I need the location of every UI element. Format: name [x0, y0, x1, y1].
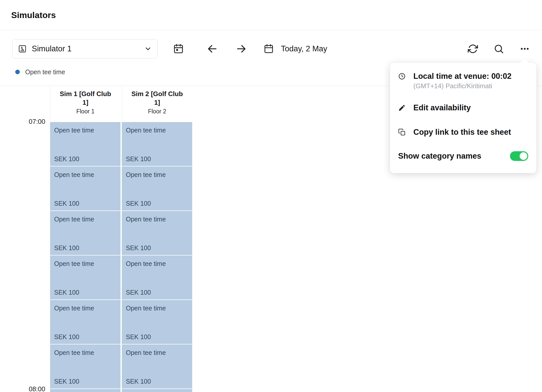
- local-time-subtitle: (GMT+14) Pacific/Kiritimati: [413, 82, 511, 90]
- tee-time-slot[interactable]: Open tee time SEK 100: [50, 122, 121, 166]
- slot-price: SEK 100: [126, 333, 151, 341]
- slot-label: Open tee time: [122, 122, 192, 134]
- menu-notch: [520, 59, 529, 68]
- current-date-label: Today, 2 May: [281, 44, 327, 53]
- slot-price: SEK 100: [126, 244, 151, 252]
- slot-label: Open tee time: [122, 300, 192, 312]
- copy-link-label: Copy link to this tee sheet: [413, 127, 511, 137]
- refresh-icon: [468, 44, 478, 54]
- options-menu: Local time at venue: 00:02 (GMT+14) Paci…: [390, 63, 536, 173]
- tee-time-slot[interactable]: Open tee time SEK 100: [50, 166, 121, 210]
- open-tee-time-dot: [15, 70, 20, 74]
- clock-icon: [398, 72, 406, 80]
- calendar-icon: [264, 44, 274, 54]
- chevron-down-icon: [144, 45, 152, 53]
- slot-label: Open tee time: [122, 167, 192, 178]
- legend-label: Open tee time: [25, 68, 65, 76]
- toolbar: Simulator 1: [12, 39, 531, 58]
- slot-price: SEK 100: [54, 289, 79, 296]
- toggle-knob: [520, 152, 527, 160]
- more-options-button[interactable]: [519, 43, 531, 55]
- column-title: Sim 2 [Golf Club 1]: [130, 89, 185, 107]
- pencil-icon: [398, 104, 406, 112]
- sim-column: Sim 1 [Golf Club 1] Floor 1 Open tee tim…: [50, 86, 121, 392]
- tee-time-slot[interactable]: Open tee time SEK 100: [122, 388, 192, 392]
- date-picker-button[interactable]: [172, 43, 185, 55]
- search-button[interactable]: [493, 43, 505, 55]
- slot-price: SEK 100: [54, 244, 79, 252]
- slot-price: SEK 100: [54, 200, 79, 207]
- tee-time-slot[interactable]: Open tee time SEK 100: [122, 299, 192, 344]
- slot-label: Open tee time: [122, 255, 192, 267]
- column-slots: Open tee time SEK 100 Open tee time SEK …: [122, 122, 192, 392]
- time-label: 07:00: [5, 117, 45, 126]
- slot-label: Open tee time: [50, 389, 121, 392]
- tee-time-slot[interactable]: Open tee time SEK 100: [122, 255, 192, 299]
- slot-label: Open tee time: [50, 300, 121, 312]
- simulator-select-value: Simulator 1: [32, 44, 72, 53]
- slot-price: SEK 100: [126, 378, 151, 385]
- menu-item-edit-availability[interactable]: Edit availability: [398, 103, 528, 113]
- tee-time-slot[interactable]: Open tee time SEK 100: [50, 388, 121, 392]
- column-subtitle: Floor 1: [58, 108, 113, 115]
- next-day-button[interactable]: [235, 43, 247, 55]
- column-slots: Open tee time SEK 100 Open tee time SEK …: [50, 122, 121, 392]
- slot-label: Open tee time: [50, 122, 121, 134]
- simulator-select[interactable]: Simulator 1: [12, 39, 158, 58]
- tee-time-slot[interactable]: Open tee time SEK 100: [50, 344, 121, 388]
- time-label: 08:00: [5, 385, 45, 392]
- slot-price: SEK 100: [54, 333, 79, 341]
- slot-label: Open tee time: [122, 389, 192, 392]
- simulator-icon: [18, 44, 27, 53]
- refresh-button[interactable]: [467, 43, 479, 55]
- more-options-icon: [520, 44, 530, 54]
- search-icon: [494, 44, 504, 54]
- page-header: Simulators: [0, 0, 542, 30]
- menu-item-copy-link[interactable]: Copy link to this tee sheet: [398, 127, 528, 137]
- legend: Open tee time: [15, 69, 65, 75]
- edit-availability-label: Edit availability: [413, 103, 471, 113]
- arrow-left-icon: [207, 43, 218, 54]
- page-title: Simulators: [11, 10, 56, 20]
- tee-time-slot[interactable]: Open tee time SEK 100: [50, 255, 121, 299]
- column-header: Sim 1 [Golf Club 1] Floor 1: [50, 86, 121, 122]
- slot-label: Open tee time: [50, 167, 121, 178]
- slot-label: Open tee time: [50, 344, 121, 356]
- slot-label: Open tee time: [50, 211, 121, 223]
- column-title: Sim 1 [Golf Club 1]: [58, 89, 113, 107]
- local-time-row: Local time at venue: 00:02 (GMT+14) Paci…: [398, 71, 528, 90]
- copy-icon: [398, 128, 406, 136]
- previous-day-button[interactable]: [206, 43, 218, 55]
- show-category-names-toggle[interactable]: [510, 151, 528, 161]
- slot-price: SEK 100: [126, 289, 151, 296]
- tee-time-slot[interactable]: Open tee time SEK 100: [122, 344, 192, 388]
- tee-time-slot[interactable]: Open tee time SEK 100: [122, 122, 192, 166]
- tee-time-slot[interactable]: Open tee time SEK 100: [122, 166, 192, 210]
- slot-price: SEK 100: [126, 200, 151, 207]
- tee-time-slot[interactable]: Open tee time SEK 100: [50, 210, 121, 255]
- slot-price: SEK 100: [54, 378, 79, 385]
- tee-time-slot[interactable]: Open tee time SEK 100: [122, 210, 192, 255]
- slot-price: SEK 100: [54, 155, 79, 163]
- column-header: Sim 2 [Golf Club 1] Floor 2: [122, 86, 192, 122]
- simulators-page: Simulators Simulator 1: [0, 0, 542, 392]
- slot-label: Open tee time: [122, 344, 192, 356]
- slot-label: Open tee time: [122, 211, 192, 223]
- local-time-title: Local time at venue: 00:02: [413, 71, 511, 81]
- current-date-control[interactable]: Today, 2 May: [264, 44, 327, 54]
- date-picker-calendar-icon: [173, 43, 184, 54]
- slot-label: Open tee time: [50, 255, 121, 267]
- sim-column: Sim 2 [Golf Club 1] Floor 2 Open tee tim…: [122, 86, 192, 392]
- slot-price: SEK 100: [126, 155, 151, 163]
- tee-time-slot[interactable]: Open tee time SEK 100: [50, 299, 121, 344]
- arrow-right-icon: [236, 43, 247, 54]
- grid-columns: Sim 1 [Golf Club 1] Floor 1 Open tee tim…: [50, 86, 192, 392]
- show-category-names-label: Show category names: [398, 152, 481, 161]
- show-category-names-row: Show category names: [398, 151, 528, 161]
- column-subtitle: Floor 2: [130, 108, 185, 115]
